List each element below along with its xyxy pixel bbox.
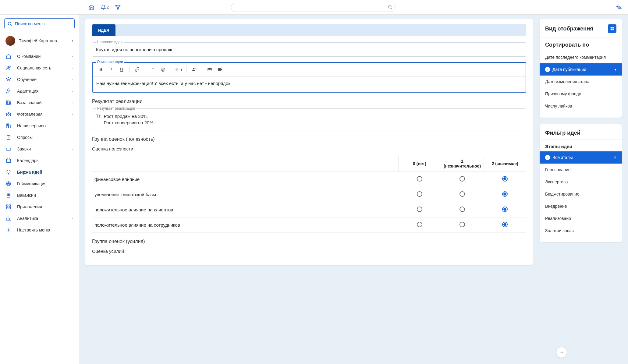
tab-idea[interactable]: ИДЕЯ [92, 24, 115, 36]
sidebar-item-label: Адаптация [17, 89, 38, 94]
sidebar-item-gear[interactable]: Настроить меню [0, 224, 79, 236]
option-label: Реализовано [545, 216, 571, 221]
svg-rect-10 [6, 101, 8, 104]
sidebar-item-users[interactable]: Социальная сеть‹ [0, 62, 79, 74]
svg-rect-32 [9, 207, 11, 209]
stage-option[interactable]: Экспертиза [540, 176, 622, 188]
grid-view-button[interactable] [608, 24, 616, 33]
radio-option[interactable] [459, 222, 465, 227]
sidebar-item-chart[interactable]: Аналитика‹ [0, 213, 79, 224]
radio-option[interactable] [502, 176, 508, 182]
sidebar-item-grad[interactable]: Обучение‹ [0, 74, 79, 85]
svg-rect-37 [218, 68, 221, 71]
sidebar: Тимофей Каратаев › О компании‹Социальная… [0, 15, 79, 364]
row-label: положительное влияние на сотрудников [92, 217, 398, 233]
close-icon[interactable]: ✕ [614, 156, 616, 160]
chevron-left-icon: ‹ [72, 112, 73, 116]
sidebar-item-books[interactable]: База знаний‹ [0, 97, 79, 108]
global-search [231, 3, 396, 12]
user-profile[interactable]: Тимофей Каратаев › [0, 34, 79, 51]
sidebar-item-label: Календарь [17, 158, 39, 163]
sort-option[interactable]: Призовому фонду [540, 88, 622, 100]
hash-icon[interactable]: # [148, 65, 157, 74]
users-icon [5, 65, 12, 71]
radio-option[interactable] [502, 222, 508, 227]
image-icon[interactable] [205, 65, 214, 74]
settings-gear-icon[interactable] [616, 4, 622, 10]
sidebar-item-office[interactable]: Вакансии [0, 189, 79, 201]
chart-icon [5, 216, 12, 221]
radio-option[interactable] [417, 222, 422, 227]
link-icon[interactable] [133, 65, 142, 74]
desc-textarea[interactable]: Нам нужна геймификация! У всех есть, а у… [93, 76, 526, 92]
home-icon[interactable] [88, 4, 94, 10]
radio-option[interactable] [459, 207, 465, 212]
sidebar-item-apps[interactable]: Приложения [0, 201, 79, 213]
radio-option[interactable] [502, 191, 508, 197]
result-box[interactable]: Результат реализации Tт Рост продаж на 3… [92, 108, 526, 130]
radio-option[interactable] [459, 176, 465, 182]
sidebar-item-building[interactable]: Наши сервисы [0, 120, 79, 132]
network-icon[interactable] [115, 4, 121, 10]
radio-option[interactable] [417, 176, 422, 182]
sidebar-item-target[interactable]: Геймификация‹ [0, 178, 79, 189]
svg-rect-27 [8, 195, 8, 196]
table-row: увеличение клиентской базы [92, 187, 526, 202]
notifications-button[interactable]: 2 [101, 5, 109, 10]
building-icon [5, 123, 12, 129]
mention-icon[interactable]: @ [158, 65, 168, 74]
topbar: 2 [0, 0, 628, 15]
add-user-icon[interactable] [190, 65, 199, 74]
svg-point-34 [193, 68, 194, 69]
radio-option[interactable] [417, 207, 422, 212]
sidebar-item-calendar[interactable]: Календарь [0, 155, 79, 166]
video-icon[interactable] [215, 65, 225, 74]
stage-option[interactable]: Реализовано [540, 212, 622, 224]
group-effort-title: Группа оценок (усилия) [92, 239, 526, 244]
radio-option[interactable] [502, 207, 508, 212]
sidebar-item-bulb[interactable]: Биржа идей [0, 166, 79, 178]
sidebar-item-camera[interactable]: Фотогалерея‹ [0, 108, 79, 120]
scroll-to-top-button[interactable] [556, 347, 567, 358]
sidebar-item-ticket[interactable]: Заявки‹ [0, 143, 79, 155]
clipboard-icon [5, 135, 12, 140]
option-label: Все этапы [552, 155, 573, 160]
check-icon: ✓ [545, 155, 550, 160]
global-search-input[interactable] [231, 3, 396, 12]
menu-search-input[interactable] [4, 18, 75, 29]
stage-option[interactable]: ✓Все этапы✕ [540, 151, 622, 164]
svg-rect-30 [9, 205, 11, 206]
sort-option[interactable]: Числу лайков [540, 100, 622, 112]
chevron-left-icon: ‹ [72, 78, 73, 81]
idea-name-input[interactable] [92, 42, 526, 57]
row-label: положительное влияние на клиентов [92, 202, 398, 217]
chevron-left-icon: ‹ [72, 217, 73, 220]
option-label: Числу лайков [545, 104, 572, 108]
check-icon: ✓ [545, 67, 550, 72]
stage-option[interactable]: Золотой запас [540, 224, 622, 237]
sort-option[interactable]: ✓Дате публикации▾ [540, 63, 622, 76]
bold-icon[interactable]: B [96, 65, 105, 74]
sidebar-item-label: Фотогалерея [17, 112, 43, 117]
radio-option[interactable] [417, 191, 422, 197]
radio-option[interactable] [459, 191, 465, 197]
sidebar-item-clipboard[interactable]: Опросы [0, 132, 79, 143]
emoji-icon[interactable]: ☺ ▾ [174, 65, 183, 74]
sidebar-item-home[interactable]: О компании‹ [0, 51, 79, 62]
italic-icon[interactable]: I [107, 65, 116, 74]
sort-option[interactable]: Дате последнего комментария [540, 51, 622, 63]
chevron-left-icon: ‹ [72, 55, 73, 58]
chevron-left-icon: ‹ [72, 182, 73, 186]
sidebar-item-rocket[interactable]: Адаптация‹ [0, 85, 79, 97]
stage-option[interactable]: Внедрение [540, 200, 622, 212]
option-label: Экспертиза [545, 179, 568, 184]
search-icon[interactable] [388, 5, 392, 9]
stage-option[interactable]: Бюджетирование [540, 188, 622, 200]
underline-icon[interactable]: U [117, 65, 126, 74]
svg-rect-19 [7, 136, 10, 140]
grad-icon [5, 77, 12, 82]
sidebar-item-label: Биржа идей [17, 170, 42, 175]
sort-option[interactable]: Дате изменения этапа [540, 76, 622, 88]
display-mode-title: Вид отображения [545, 26, 593, 32]
stage-option[interactable]: Голосование [540, 164, 622, 176]
